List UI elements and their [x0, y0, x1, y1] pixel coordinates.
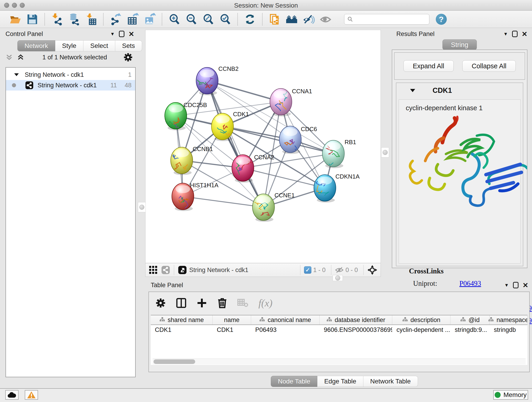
export-table-icon[interactable] [126, 13, 139, 26]
automation-cloud-button[interactable] [5, 390, 19, 400]
column-type-icon [159, 317, 165, 324]
tab-style[interactable]: Style [55, 40, 83, 51]
network-row[interactable]: String Network - cdk1 11 48 [6, 80, 135, 90]
node-label-cdc25b: CDC25B [184, 102, 207, 108]
hide-selected-icon[interactable] [302, 13, 315, 26]
network-node-rb1[interactable] [322, 140, 344, 170]
panel-menu-icon[interactable]: ▼ [504, 283, 509, 288]
network-edge[interactable] [207, 81, 281, 102]
tab-network-table[interactable]: Network Table [363, 376, 418, 387]
expand-all-button[interactable]: Expand All [404, 60, 454, 72]
network-node-ccne1[interactable] [253, 194, 274, 222]
zoom-in-icon[interactable] [168, 13, 181, 26]
network-edge[interactable] [183, 196, 264, 207]
zoom-selected-icon[interactable] [219, 13, 232, 26]
refresh-view-icon[interactable] [244, 13, 256, 26]
network-node-ccnb2[interactable] [196, 67, 218, 95]
search-field[interactable] [344, 14, 429, 25]
import-network-from-file-icon[interactable] [51, 13, 63, 26]
column-header-namespace[interactable]: namespace [490, 315, 527, 325]
selected-count-checkbox[interactable]: ✓ [304, 266, 311, 274]
panel-float-icon[interactable] [513, 282, 519, 288]
column-header-shared-name[interactable]: shared name [151, 315, 213, 325]
gene-description: cyclin-dependent kinase 1 [399, 100, 520, 112]
tab-network[interactable]: Network [17, 40, 55, 51]
tab-select[interactable]: Select [83, 40, 115, 51]
gene-symbol: CDK1 [433, 86, 452, 95]
selected-node-edge-count: 1 - 0 [313, 267, 326, 274]
network-node-ccna1[interactable] [270, 89, 292, 116]
table-options-gear-icon[interactable] [155, 298, 166, 308]
column-header-database-identifier[interactable]: database identifier [320, 315, 392, 325]
gene-collapse-icon[interactable] [410, 88, 416, 93]
network-options-gear-icon[interactable] [123, 52, 133, 62]
column-header-name[interactable]: name [213, 315, 251, 325]
table-cell[interactable]: P06493 [251, 325, 320, 335]
network-node-ccnb1[interactable] [171, 147, 193, 175]
panel-menu-icon[interactable]: ▼ [503, 32, 508, 37]
zoom-fit-content-icon[interactable] [202, 13, 215, 26]
left-splitter-handle[interactable] [138, 202, 146, 212]
memory-button[interactable]: Memory [493, 390, 528, 400]
tab-node-table[interactable]: Node Table [271, 376, 317, 387]
table-cell[interactable]: stringdb [490, 325, 527, 335]
tab-string[interactable]: String [443, 39, 477, 50]
network-canvas[interactable]: CCNB2CCNA1CDC25BCDK1CDC6RB1CCNB1CCNA2CDK… [145, 30, 381, 263]
window-title: Session: New Session [0, 2, 532, 9]
table-cell[interactable]: stringdb:9... [451, 325, 490, 335]
collection-expand-icon[interactable] [14, 72, 19, 77]
detach-view-icon[interactable] [178, 265, 187, 274]
table-cell[interactable]: 9606.ENSP00000378699 [320, 325, 392, 335]
network-node-count: 11 [110, 82, 117, 89]
results-panel: Results Panel ▼ ✕ String Expand All Coll… [389, 29, 530, 280]
panel-float-icon[interactable] [512, 31, 518, 37]
show-columns-icon[interactable] [176, 298, 186, 308]
column-header-id[interactable]: @id [450, 315, 490, 325]
scrollbar-thumb[interactable] [153, 359, 195, 364]
open-session-icon[interactable] [9, 13, 22, 26]
node-label-rb1: RB1 [345, 139, 356, 146]
hidden-node-edge-count: 0 - 0 [346, 267, 358, 274]
birdseye-navigator-icon[interactable] [367, 265, 377, 275]
table-horizontal-scrollbar[interactable] [152, 358, 526, 364]
export-image-icon[interactable] [143, 13, 156, 26]
save-session-icon[interactable] [26, 13, 39, 26]
panel-menu-icon[interactable]: ▼ [110, 32, 115, 37]
collapse-all-icon[interactable] [6, 53, 15, 61]
tab-sets[interactable]: Sets [115, 40, 142, 51]
warnings-button[interactable] [25, 390, 38, 400]
function-builder-icon: f(x) [259, 297, 272, 309]
toolbar-separator [44, 13, 45, 26]
network-node-cdkn1a[interactable] [314, 175, 336, 203]
table-panel-title: Table Panel [151, 282, 183, 289]
grid-view-icon[interactable] [149, 265, 158, 274]
panel-close-icon[interactable]: ✕ [128, 30, 134, 38]
table-cell[interactable]: CDK1 [213, 325, 251, 335]
panel-float-icon[interactable] [119, 31, 124, 37]
search-input[interactable] [353, 16, 426, 23]
new-network-from-selection-icon[interactable] [268, 13, 281, 26]
network-collection-row[interactable]: String Network - cdk1 1 [6, 70, 135, 80]
collapse-all-button[interactable]: Collapse All [462, 60, 516, 72]
table-cell[interactable]: CDK1 [151, 325, 213, 335]
table-cell[interactable]: cyclin-dependent ... [392, 325, 450, 335]
expand-all-icon[interactable] [17, 53, 26, 61]
create-column-icon[interactable] [196, 298, 207, 308]
import-network-from-database-icon[interactable] [68, 13, 80, 26]
column-header-description[interactable]: description [392, 315, 450, 325]
help-button[interactable]: ? [436, 14, 447, 25]
table-row[interactable]: CDK1CDK1P064939606.ENSP00000378699cyclin… [151, 325, 527, 335]
column-header-canonical-name[interactable]: canonical name [251, 315, 320, 325]
network-list-view-icon[interactable] [161, 265, 170, 274]
import-table-from-file-icon[interactable] [85, 13, 97, 26]
right-splitter-handle[interactable] [381, 147, 389, 157]
panel-close-icon[interactable]: ✕ [522, 30, 527, 38]
tab-edge-table[interactable]: Edge Table [317, 376, 363, 387]
first-neighbors-icon[interactable] [285, 13, 298, 26]
zoom-out-icon[interactable] [185, 13, 198, 26]
show-all-icon[interactable] [319, 13, 332, 26]
column-label: namespace [496, 317, 527, 324]
panel-close-icon[interactable]: ✕ [523, 281, 528, 289]
export-network-icon[interactable] [109, 13, 122, 26]
delete-column-icon[interactable] [217, 298, 227, 308]
